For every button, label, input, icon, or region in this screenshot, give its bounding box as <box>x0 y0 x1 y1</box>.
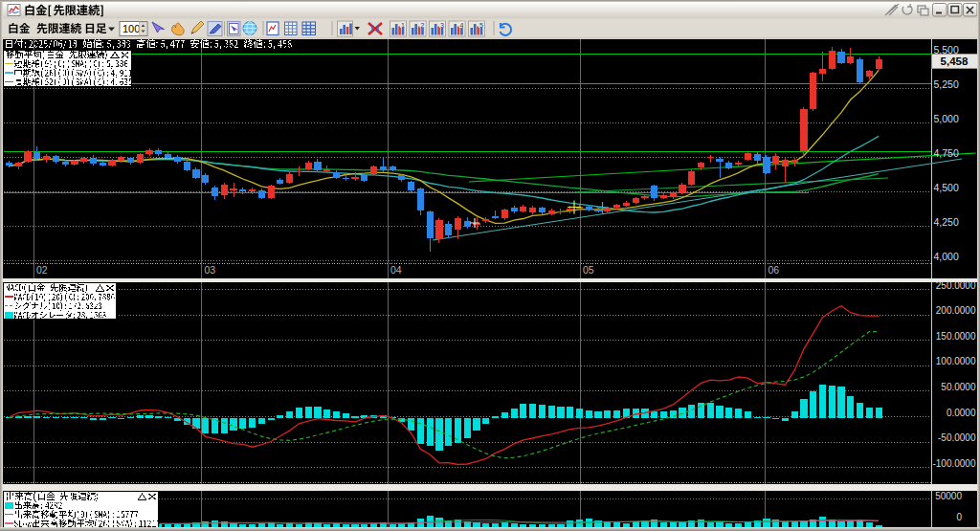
svg-text:4,750: 4,750 <box>934 147 959 159</box>
svg-text:4: 4 <box>460 22 464 29</box>
svg-text:-50.0000: -50.0000 <box>938 432 976 443</box>
svg-text:0: 0 <box>956 512 962 522</box>
svg-text:5,458: 5,458 <box>941 55 969 67</box>
svg-text:50000: 50000 <box>935 491 962 501</box>
svg-text:4,500: 4,500 <box>934 182 959 193</box>
svg-text:0.0000: 0.0000 <box>947 408 976 418</box>
svg-text:-100.0000: -100.0000 <box>932 458 975 469</box>
svg-text:200.0000: 200.0000 <box>936 305 976 316</box>
svg-text:05: 05 <box>583 264 594 276</box>
svg-text:100: 100 <box>122 23 140 34</box>
svg-text:06: 06 <box>768 264 780 276</box>
svg-text:2: 2 <box>421 22 425 29</box>
svg-text:250.0000: 250.0000 <box>936 280 976 291</box>
svg-text:150.0000: 150.0000 <box>936 331 976 342</box>
svg-text:02: 02 <box>36 264 48 276</box>
svg-text:100.0000: 100.0000 <box>936 356 976 366</box>
svg-text:5,250: 5,250 <box>934 78 959 90</box>
svg-text:4,000: 4,000 <box>934 251 959 262</box>
svg-text:5,000: 5,000 <box>934 113 959 124</box>
svg-text:50.0000: 50.0000 <box>941 382 976 392</box>
svg-text:03: 03 <box>205 264 216 276</box>
svg-text:4,250: 4,250 <box>934 216 959 228</box>
svg-text:3: 3 <box>440 22 444 29</box>
svg-text:5: 5 <box>479 22 483 29</box>
svg-text:1: 1 <box>401 22 405 29</box>
svg-text:04: 04 <box>390 264 402 276</box>
